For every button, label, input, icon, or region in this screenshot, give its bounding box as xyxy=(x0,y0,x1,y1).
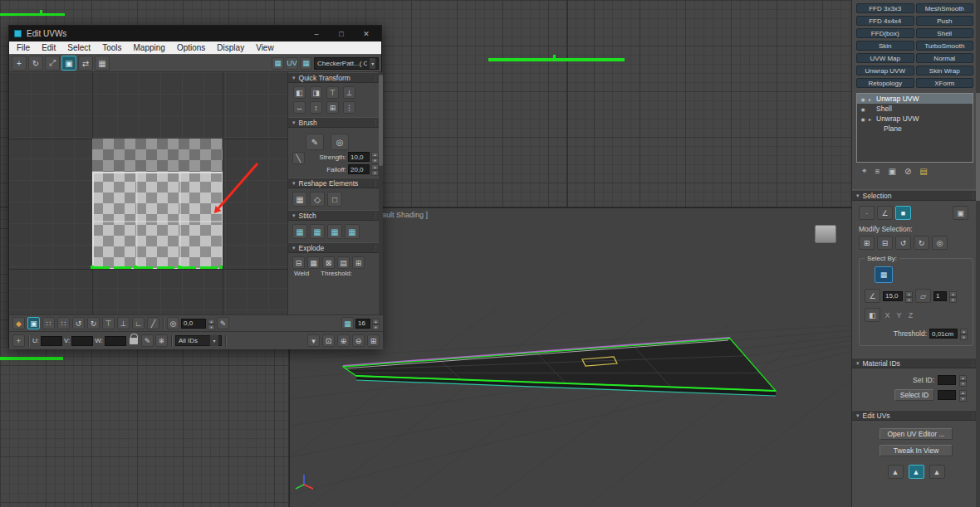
soft-selection-icon[interactable]: ∷ xyxy=(42,317,55,329)
coordinate-field[interactable]: 0,0 xyxy=(181,319,206,329)
remove-modifier-icon[interactable]: ⊘ xyxy=(904,167,911,176)
planar-angle-field[interactable]: 15,0 xyxy=(883,291,903,301)
align-left-icon[interactable]: ◧ xyxy=(293,86,306,99)
zoom-extents-icon[interactable]: ⊡ xyxy=(322,334,335,347)
align-horizontal-icon[interactable]: ⊤ xyxy=(102,317,115,329)
menu-item[interactable]: Tools xyxy=(96,43,127,52)
spinner[interactable] xyxy=(960,329,968,339)
tweak-in-view-button[interactable]: Tweak In View xyxy=(880,445,953,456)
show-map-icon[interactable]: ▦ xyxy=(272,57,284,70)
space-vertical-icon[interactable]: ↕ xyxy=(310,101,322,114)
edge-slide-icon[interactable]: ╱ xyxy=(147,317,159,329)
modifier-set-button[interactable]: FFD(box) xyxy=(856,28,914,38)
modifier-set-button[interactable]: UVW Map xyxy=(856,53,914,63)
planar-angle-icon[interactable]: ∠ xyxy=(865,289,880,303)
u-field[interactable] xyxy=(41,336,62,346)
make-unique-icon[interactable]: ▣ xyxy=(888,167,895,176)
grow-selection-icon[interactable]: ⊞ xyxy=(859,236,875,250)
select-id-field[interactable] xyxy=(938,390,956,400)
detach-edge-verts-icon[interactable]: ▦ xyxy=(307,256,320,269)
snap-icon[interactable]: ▦ xyxy=(95,56,110,71)
rectangularize-icon[interactable]: □ xyxy=(327,192,342,207)
menu-item[interactable]: Mapping xyxy=(128,43,171,52)
smoothing-group-icon[interactable]: ▱ xyxy=(915,289,931,303)
rollout-selection[interactable]: ▾ Selection ⋮ xyxy=(852,190,980,201)
viewcube[interactable] xyxy=(815,225,836,243)
align-right-icon[interactable]: ◨ xyxy=(310,86,322,99)
pencil-icon[interactable]: ✎ xyxy=(217,317,229,329)
modifier-set-button[interactable]: FFD 4x4x4 xyxy=(856,16,914,26)
rollout-reshape-elements[interactable]: ▾ Reshape Elements ⋮ xyxy=(288,178,383,188)
menu-item[interactable]: Select xyxy=(61,43,96,52)
pin-stack-icon[interactable]: ⌖ xyxy=(862,166,867,176)
window-maximize-button[interactable]: □ xyxy=(331,30,351,38)
straighten-icon[interactable]: ∟ xyxy=(132,317,145,329)
expand-arrow-icon[interactable]: ▸ xyxy=(869,116,874,122)
modifier-set-button[interactable]: Retopology xyxy=(856,78,914,88)
lock-icon[interactable] xyxy=(130,338,138,344)
visibility-toggle-icon[interactable]: ◉ xyxy=(860,96,866,102)
spinner[interactable] xyxy=(372,319,380,329)
select-by-cube-icon[interactable]: ▦ xyxy=(875,266,893,283)
dropdown-arrow-icon[interactable]: ▾ xyxy=(307,334,320,347)
break-icon[interactable]: ⊟ xyxy=(292,256,305,269)
stitch-to-target-icon[interactable]: ▦ xyxy=(345,224,360,239)
transform-typein-icon[interactable]: ▣ xyxy=(27,317,40,329)
zoom-out-icon[interactable]: ⊖ xyxy=(352,334,365,347)
visibility-toggle-icon[interactable]: ◉ xyxy=(860,116,866,122)
move-tool-icon[interactable]: + xyxy=(12,56,27,71)
panel-scrollbar[interactable] xyxy=(976,0,980,507)
window-minimize-button[interactable]: – xyxy=(306,30,326,38)
rollout-edit-uvs[interactable]: ▾ Edit UVs ⋮ xyxy=(852,410,980,421)
expand-arrow-icon[interactable]: ▸ xyxy=(869,96,874,102)
rollout-stitch[interactable]: ▾ Stitch ⋮ xyxy=(288,210,383,221)
relax-icon[interactable]: ◇ xyxy=(310,192,325,207)
rollout-quick-transform[interactable]: ▾ Quick Transform ⋮ xyxy=(288,72,383,83)
viewport-divider-vertical[interactable] xyxy=(566,0,568,207)
flatten-by-angle-icon[interactable]: ⊠ xyxy=(322,256,335,269)
modifier-set-button[interactable]: Push xyxy=(916,16,974,26)
element-toggle-icon[interactable]: ▣ xyxy=(953,206,968,220)
modifier-set-button[interactable]: TurboSmooth xyxy=(916,41,974,51)
pan-hand-icon[interactable]: + xyxy=(12,334,25,347)
falloff-field[interactable]: 20,0 xyxy=(348,164,370,174)
align-vertical-icon[interactable]: ⊥ xyxy=(117,317,130,329)
align-top-icon[interactable]: ⊤ xyxy=(326,86,339,99)
visibility-toggle-icon[interactable]: ◉ xyxy=(860,106,866,112)
brush-falloff-icon[interactable]: ╲ xyxy=(292,152,305,164)
freeze-icon[interactable]: ❄ xyxy=(155,334,168,347)
selection-filter-icon[interactable]: ◆ xyxy=(12,317,25,329)
modifier-stack-row[interactable]: Plane xyxy=(857,124,973,134)
spinner[interactable] xyxy=(905,291,913,301)
material-id-icon[interactable]: ◧ xyxy=(865,308,880,322)
show-end-result-icon[interactable]: ≡ xyxy=(875,167,880,176)
vertex-mode-icon[interactable]: ∙ xyxy=(859,206,875,220)
axis-y-toggle[interactable]: Y xyxy=(894,311,904,319)
modifier-set-button[interactable]: MeshSmooth xyxy=(916,3,974,13)
modifier-set-button[interactable]: Skin Wrap xyxy=(916,66,974,76)
align-bottom-icon[interactable]: ⊥ xyxy=(343,86,355,99)
stitch-to-source-icon[interactable]: ▦ xyxy=(327,224,342,239)
uv-transform-1-icon[interactable]: ▲ xyxy=(888,465,904,479)
uv-canvas[interactable] xyxy=(9,72,287,314)
modifier-set-button[interactable]: Unwrap UVW xyxy=(856,66,914,76)
spinner[interactable] xyxy=(949,291,957,301)
texture-dropdown[interactable]: CheckerPatt...( Checker ) ▾ xyxy=(314,57,379,70)
rollout-material-ids[interactable]: ▾ Material IDs ⋮ xyxy=(852,358,980,368)
chevron-down-icon[interactable]: ▾ xyxy=(370,58,375,69)
uv-transform-3-icon[interactable]: ▲ xyxy=(929,465,945,479)
relax-brush-icon[interactable]: ◎ xyxy=(331,134,349,150)
shrink-selection-icon[interactable]: ⊟ xyxy=(877,236,893,250)
paint-brush-icon[interactable]: ✎ xyxy=(306,134,324,150)
threshold-field[interactable]: 0,01cm xyxy=(929,329,958,339)
select-overlapped-icon[interactable]: ◎ xyxy=(932,236,948,250)
menu-item[interactable]: Display xyxy=(211,43,250,52)
rotate-ccw-icon[interactable]: ↺ xyxy=(72,317,85,329)
grid-size-field[interactable]: 16 xyxy=(355,319,370,329)
set-id-field[interactable] xyxy=(938,375,956,385)
select-id-button[interactable]: Select ID xyxy=(894,389,934,401)
mirror-icon[interactable]: ⇄ xyxy=(78,56,93,71)
v-field[interactable] xyxy=(71,336,93,346)
rotate-tool-icon[interactable]: ↻ xyxy=(28,56,43,71)
material-id-filter-dropdown[interactable]: All IDs ▾ xyxy=(175,335,222,346)
